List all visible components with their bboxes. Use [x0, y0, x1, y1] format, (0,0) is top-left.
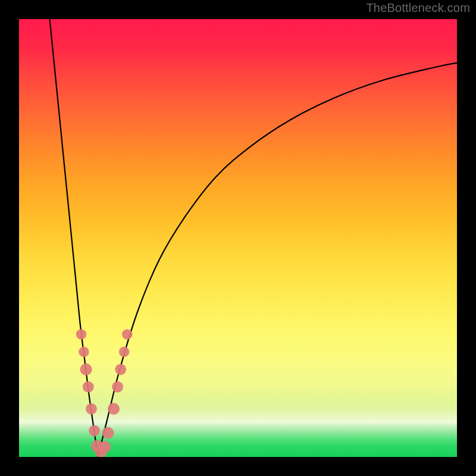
- curve-layer: [19, 19, 457, 457]
- marker-dot: [99, 441, 111, 453]
- plot-area: [19, 19, 457, 457]
- marker-dot: [79, 347, 89, 358]
- marker-dot: [112, 381, 123, 393]
- marker-dot: [89, 425, 100, 436]
- marker-dot: [122, 329, 133, 340]
- marker-dot: [86, 403, 97, 415]
- chart-frame: TheBottleneck.com: [0, 0, 476, 476]
- marker-dot: [108, 403, 120, 415]
- marker-dot: [119, 347, 130, 358]
- marker-dot: [102, 427, 114, 439]
- bottleneck-curve: [50, 19, 457, 457]
- marker-dot: [76, 329, 87, 340]
- marker-dot: [115, 364, 126, 375]
- marker-dot: [83, 381, 94, 393]
- marker-dot: [80, 364, 92, 375]
- watermark-label: TheBottleneck.com: [366, 1, 470, 15]
- curve-right-branch: [98, 63, 457, 457]
- marker-cluster: [76, 329, 133, 457]
